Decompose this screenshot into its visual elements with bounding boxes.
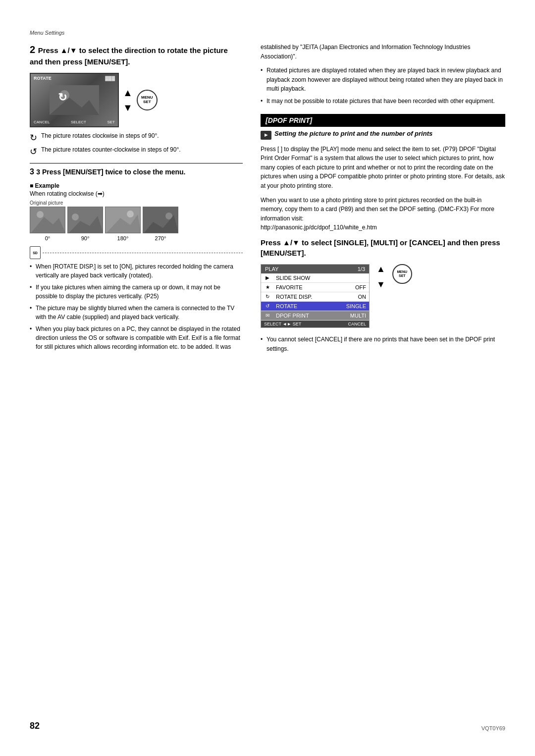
page: Menu Settings 2 Press ▲/▼ to select the … [0, 0, 535, 756]
dpof-subheader: ▶ Setting the picture to print and the n… [261, 130, 505, 140]
rot-img-90 [67, 207, 103, 233]
right-bullets: Rotated pictures are displayed rotated w… [261, 66, 505, 106]
ccw-note-text: The picture rotates counter-clockwise in… [41, 146, 181, 153]
nav-arrows: ▲ ▼ [123, 85, 133, 115]
rotate-controls: ROTATE ▓▓▓ ↻ CANCEL SEL [30, 73, 243, 127]
play-menu-bottom: SELECT ◄► SET CANCEL [261, 321, 369, 327]
rot-label-180: 180° [105, 235, 141, 241]
dpof-row-label: DPOF PRINT [274, 311, 344, 320]
screen-rotate-label: ROTATE [34, 76, 52, 81]
svg-point-4 [37, 211, 44, 218]
step2-heading: 2 Press ▲/▼ to select the direction to r… [30, 43, 243, 67]
rot-img-180 [105, 207, 141, 233]
ccw-icon: ↺ [30, 146, 37, 157]
rotdisp-icon: ↻ [261, 292, 274, 301]
rotation-images [30, 207, 243, 233]
right-bullet-2: It may not be possible to rotate picture… [261, 97, 505, 106]
rot-img-0-svg [30, 207, 65, 233]
slideshow-label: SLIDE SHOW [274, 273, 344, 282]
rotation-arrow-overlay: ↻ [58, 91, 67, 104]
play-menu-row-favorite: ★ FAVORITE OFF [261, 283, 369, 292]
rot-label-90: 90° [67, 235, 103, 241]
rotate-notes: ↻ The picture rotates clockwise in steps… [30, 132, 243, 157]
step2-text: Press ▲/▼ to select the direction to rot… [30, 46, 228, 66]
camera-screen-bottom: CANCEL SELECT SET [31, 120, 118, 124]
menu-set-button[interactable]: MENUSET [137, 90, 158, 110]
play-menu-header-right: 1/3 [358, 266, 365, 272]
play-menu-header: PLAY 1/3 [261, 265, 369, 273]
screen-battery: ▓▓▓ [105, 76, 115, 81]
slideshow-value [344, 276, 369, 279]
rot-img-90-svg [68, 207, 103, 233]
arrow-up-icon: ▲ [123, 88, 133, 98]
dpof-printer-icon: ▶ [261, 131, 271, 140]
dpof-subheader-text: Setting the picture to print and the num… [274, 130, 432, 137]
cw-note-text: The picture rotates clockwise in steps o… [41, 132, 159, 139]
model-number: VQT0Y69 [482, 725, 505, 731]
screen-set-label: SET [107, 120, 115, 124]
dpof-title: [DPOF PRINT] [266, 116, 312, 124]
camera-screen-top: ROTATE ▓▓▓ [31, 76, 118, 81]
left-bullet-list: When [ROTATE DISP.] is set to [ON], pict… [30, 262, 243, 351]
play-nav-arrows: ▲ ▼ [376, 264, 385, 290]
rotdisp-label: ROTATE DISP. [274, 292, 344, 301]
step2-num: 2 [30, 44, 38, 55]
rotdisp-value: ON [344, 292, 369, 301]
play-menu-container: PLAY 1/3 ▶ SLIDE SHOW ★ [261, 264, 370, 328]
play-menu-row-dpof: ✉ DPOF PRINT MULTI [261, 311, 369, 321]
example-section: ■ Example When rotating clockwise (➡) Or… [30, 182, 243, 241]
left-bullet-2: If you take pictures when aiming the cam… [30, 283, 243, 301]
left-bullet-4: When you play back pictures on a PC, the… [30, 324, 243, 351]
page-number: 82 [30, 721, 40, 731]
play-menu-row-rotdisp: ↻ ROTATE DISP. ON [261, 292, 369, 302]
arrow-down-icon: ▼ [123, 103, 133, 112]
rot-img-0 [30, 207, 65, 233]
dpof-section: [DPOF PRINT] ▶ Setting the picture to pr… [261, 114, 505, 354]
cw-note-row: ↻ The picture rotates clockwise in steps… [30, 132, 243, 143]
rot-img-270 [143, 207, 178, 233]
step3-num: 3 [30, 167, 36, 176]
svg-point-7 [72, 214, 79, 220]
dpof-body2: When you want to use a photo printing st… [261, 196, 505, 232]
press-select-heading: Press ▲/▼ to select [SINGLE], [MULTI] or… [261, 237, 505, 258]
sd-icon-row: SD [30, 246, 243, 259]
play-menu-set-button[interactable]: MENUSET [392, 264, 412, 284]
favorite-label: FAVORITE [274, 283, 344, 292]
play-arrow-up: ▲ [376, 264, 385, 274]
left-bullet-3: The picture may be slightly blurred when… [30, 304, 243, 322]
right-bullet-1: Rotated pictures are displayed rotated w… [261, 66, 505, 94]
breadcrumb: Menu Settings [30, 30, 505, 36]
when-rotating-label: When rotating clockwise (➡) [30, 190, 243, 197]
left-column: 2 Press ▲/▼ to select the direction to r… [30, 43, 243, 354]
right-intro-text: established by "JEITA (Japan Electronics… [261, 43, 505, 61]
play-menu-row-rotate: ↺ ROTATE SINGLE [261, 302, 369, 311]
rot-label-0: 0° [30, 235, 65, 241]
step3-text: 3 Press [MENU/SET] twice to close the me… [36, 168, 185, 176]
favorite-icon: ★ [261, 283, 274, 291]
rot-img-180-svg [106, 207, 141, 233]
play-menu-table: PLAY 1/3 ▶ SLIDE SHOW ★ [261, 264, 370, 328]
cannot-cancel-note: You cannot select [CANCEL] if there are … [261, 335, 505, 353]
rot-label-270: 270° [143, 235, 178, 241]
play-menu-area: PLAY 1/3 ▶ SLIDE SHOW ★ [261, 264, 505, 328]
dpof-row-icon: ✉ [261, 311, 274, 320]
left-bullet-1: When [ROTATE DISP.] is set to [ON], pict… [30, 262, 243, 280]
screen-cancel-label: CANCEL [34, 120, 50, 124]
dpof-header: [DPOF PRINT] [261, 114, 505, 127]
dpof-url: http://panasonic.jp/dc/dpof_110/white_e.… [261, 224, 377, 231]
camera-screen-inner: ROTATE ▓▓▓ ↻ CANCEL SEL [31, 74, 118, 126]
photo-silhouette [50, 85, 99, 115]
cw-icon: ↻ [30, 132, 37, 143]
slideshow-icon: ▶ [261, 273, 274, 282]
svg-point-10 [127, 211, 134, 217]
main-content: 2 Press ▲/▼ to select the direction to r… [30, 43, 505, 354]
step3-heading: 3 3 Press [MENU/SET] twice to close the … [30, 163, 243, 176]
ccw-note-row: ↺ The picture rotates counter-clockwise … [30, 146, 243, 157]
rotate-value: SINGLE [343, 302, 369, 311]
play-menu-row-slideshow: ▶ SLIDE SHOW [261, 273, 369, 283]
camera-screen: ROTATE ▓▓▓ ↻ CANCEL SEL [30, 73, 119, 127]
right-column: established by "JEITA (Japan Electronics… [261, 43, 505, 354]
rotate-icon: ↺ [261, 302, 274, 310]
example-label: ■ Example [30, 182, 243, 189]
play-arrow-down: ▼ [376, 279, 385, 290]
